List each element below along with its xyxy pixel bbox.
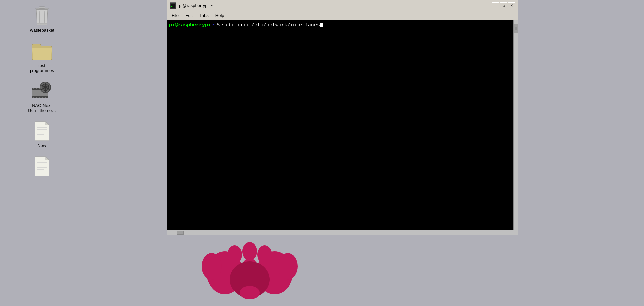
terminal-titlebar: ▶ pi@raspberrypi: ~ — □ ✕ [167, 0, 518, 11]
terminal-maximize-button[interactable]: □ [500, 2, 507, 9]
terminal-window: ▶ pi@raspberrypi: ~ — □ ✕ File Edit Tabs… [167, 0, 518, 235]
svg-point-41 [227, 245, 242, 264]
document-icon-new2 [32, 156, 53, 177]
desktop-icon-new2[interactable] [21, 154, 64, 180]
desktop-icon-nao-next-gen[interactable]: NAO NextGen - the ne… [21, 78, 64, 115]
raspberry-pi-logo [167, 235, 333, 306]
svg-rect-10 [36, 88, 37, 89]
terminal-menu-help[interactable]: Help [212, 12, 227, 19]
desktop-icons-area: Wastebasket testprogrammes [0, 0, 84, 306]
svg-point-44 [240, 286, 260, 299]
wastebasket-label: Wastebasket [30, 28, 54, 33]
svg-point-39 [278, 253, 298, 280]
folder-icon [32, 40, 53, 62]
desktop-icon-wastebasket[interactable]: Wastebasket [21, 3, 64, 35]
terminal-command: sudo nano /etc/network/interfaces [222, 22, 320, 28]
terminal-small-icon: ▶ [170, 2, 176, 9]
scrollbar-grip [516, 27, 517, 30]
svg-line-4 [44, 11, 45, 23]
new-label: New [37, 143, 46, 148]
svg-rect-15 [36, 97, 37, 98]
terminal-minimize-button[interactable]: — [492, 2, 499, 9]
svg-rect-18 [45, 97, 46, 98]
terminal-window-controls: — □ ✕ [492, 2, 515, 9]
svg-point-42 [242, 242, 257, 261]
prompt-separator: ~ [212, 22, 215, 28]
svg-line-2 [39, 11, 40, 23]
svg-rect-9 [33, 88, 34, 89]
film-reel-icon [32, 80, 53, 102]
svg-rect-5 [37, 24, 47, 25]
terminal-close-button[interactable]: ✕ [508, 2, 515, 9]
desktop-icon-test-programmes[interactable]: testprogrammes [21, 38, 64, 75]
document-icon-new [32, 121, 53, 142]
svg-text:▶: ▶ [171, 5, 173, 8]
wastebasket-icon [32, 5, 53, 26]
terminal-title: pi@raspberrypi: ~ [179, 3, 492, 8]
svg-rect-17 [42, 97, 43, 98]
svg-point-43 [257, 245, 272, 264]
nao-next-gen-label: NAO NextGen - the ne… [28, 103, 56, 113]
terminal-hscroll-thumb[interactable] [177, 231, 184, 235]
terminal-body[interactable]: pi@raspberrypi ~ $ sudo nano /etc/networ… [167, 20, 518, 230]
desktop: Wastebasket testprogrammes [0, 0, 644, 306]
terminal-prompt-line: pi@raspberrypi ~ $ sudo nano /etc/networ… [169, 22, 516, 28]
terminal-horizontal-scrollbar[interactable] [167, 230, 518, 235]
prompt-username: pi@raspberrypi [169, 22, 211, 28]
terminal-scrollbar[interactable] [513, 20, 518, 230]
desktop-icon-new[interactable]: New [21, 119, 64, 150]
terminal-scrollbar-thumb[interactable] [514, 24, 518, 33]
terminal-menubar: File Edit Tabs Help [167, 11, 518, 20]
terminal-cursor [320, 23, 323, 27]
prompt-dollar: $ [217, 22, 220, 28]
svg-rect-1 [39, 7, 45, 8]
svg-point-36 [202, 253, 222, 280]
terminal-menu-tabs[interactable]: Tabs [196, 12, 212, 19]
terminal-menu-edit[interactable]: Edit [182, 12, 196, 19]
test-programmes-label: testprogrammes [30, 63, 54, 73]
terminal-menu-file[interactable]: File [168, 12, 182, 19]
svg-rect-14 [33, 97, 34, 98]
svg-rect-16 [39, 97, 40, 98]
